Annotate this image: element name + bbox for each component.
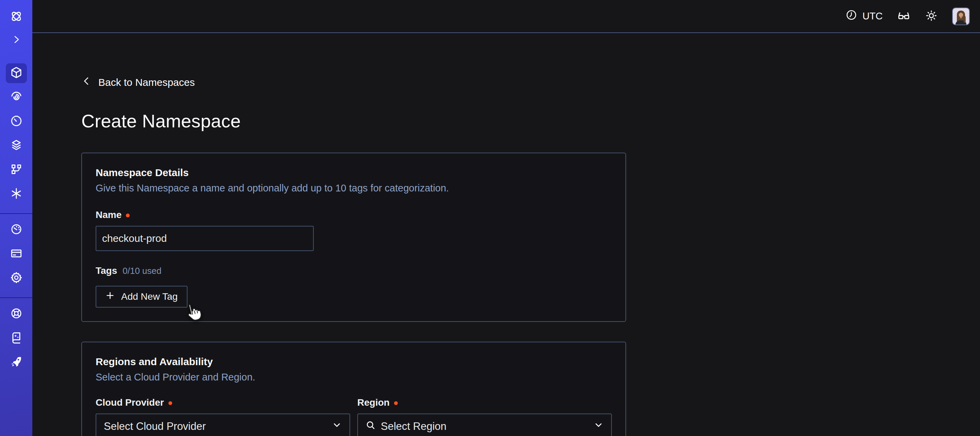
required-dot [394,401,398,405]
sidebar-item-usage[interactable] [6,220,27,240]
sidebar-item-deployments[interactable] [6,160,27,180]
card-subtitle: Give this Namespace a name and optionall… [95,182,612,194]
chevron-down-icon [332,420,342,433]
back-link-label: Back to Namespaces [98,77,195,88]
provider-region-grid: Cloud Provider Select Cloud Provider Reg… [95,397,612,436]
gear-icon [10,271,23,286]
theme-toggle-button[interactable] [925,9,938,24]
user-avatar[interactable] [952,8,970,25]
card-title: Regions and Availability [95,356,612,367]
cube-icon [10,66,23,80]
temporal-logo[interactable] [6,8,27,24]
region-select-value: Select Region [381,420,447,433]
glasses-icon [897,9,911,24]
tags-row: Tags 0/10 used [95,265,612,276]
life-ring-icon [10,307,23,321]
page-title: Create Namespace [81,110,980,131]
rocket-icon [10,355,23,370]
cloud-provider-label: Cloud Provider [95,397,350,408]
namespace-details-card: Namespace Details Give this Namespace a … [81,153,626,322]
accessibility-button[interactable] [897,9,911,24]
search-icon [366,420,375,433]
sidebar-item-schedules[interactable] [6,112,27,131]
card-subtitle: Select a Cloud Provider and Region. [95,372,612,383]
sidebar [0,0,32,436]
sidebar-item-get-started[interactable] [6,353,27,372]
cloud-provider-select-value: Select Cloud Provider [104,420,206,433]
main-content: Back to Namespaces Create Namespace Name… [32,34,980,436]
sidebar-expand-button[interactable] [6,34,27,47]
timezone-selector[interactable]: UTC [845,9,883,24]
asterisk-icon [10,187,23,201]
add-new-tag-button[interactable]: Add New Tag [95,286,188,308]
sidebar-group-main [6,63,27,208]
sidebar-divider [0,213,32,214]
sidebar-item-docs[interactable] [6,328,27,348]
app-window: UTC [0,0,980,436]
sidebar-item-stacks[interactable] [6,136,27,156]
gauge-icon [10,223,23,237]
sidebar-item-nexus[interactable] [6,184,27,204]
book-icon [10,331,23,345]
region-field: Region Select Region [357,397,612,436]
card-title: Namespace Details [95,167,612,179]
plus-icon [105,291,115,302]
sidebar-group-help [6,304,27,377]
branch-icon [10,163,23,177]
sidebar-divider [0,297,32,298]
topbar: UTC [32,0,980,33]
sidebar-item-support[interactable] [6,304,27,324]
chevron-right-icon [11,34,22,46]
timezone-label: UTC [862,11,883,22]
required-dot [126,214,130,217]
required-dot [169,401,172,405]
region-label: Region [357,397,612,408]
credit-card-icon [10,247,23,261]
sidebar-item-namespaces[interactable] [6,63,27,83]
timer-icon [10,115,23,129]
chevron-left-icon [81,76,92,89]
layers-icon [10,139,23,153]
sidebar-item-workflows[interactable] [6,88,27,107]
cloud-provider-select[interactable]: Select Cloud Provider [95,414,350,436]
back-to-namespaces-link[interactable]: Back to Namespaces [81,76,195,89]
name-field-label: Name [95,209,612,220]
sidebar-item-settings[interactable] [6,268,27,288]
chevron-down-icon [593,420,604,433]
cloud-provider-field: Cloud Provider Select Cloud Provider [95,397,350,436]
regions-card: Regions and Availability Select a Cloud … [81,342,626,436]
tags-label: Tags [95,265,117,276]
sidebar-group-account [6,220,27,292]
sun-icon [925,9,938,24]
namespace-name-input[interactable] [95,226,314,251]
region-select[interactable]: Select Region [357,414,612,436]
clock-icon [845,9,858,24]
tags-usage-counter: 0/10 used [123,266,161,276]
sidebar-item-billing[interactable] [6,244,27,264]
spiral-icon [10,90,23,105]
